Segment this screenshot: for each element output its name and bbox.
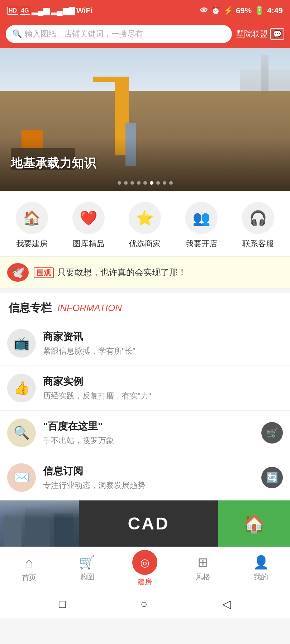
eye-icon: 👁 <box>200 6 208 15</box>
nav-build-label: 建房 <box>138 577 152 587</box>
merchant-news-content: 商家资讯 紧跟信息脉搏，学有所"长" <box>43 330 283 357</box>
mine-icon: 👤 <box>253 555 269 570</box>
baidu-icon: 🔍 <box>7 418 36 447</box>
merchant-case-title: 商家实例 <box>43 375 283 388</box>
chat-bubble-icon[interactable]: 💬 <box>270 28 284 40</box>
gallery-icon: ❤️ <box>72 202 105 234</box>
cad-button[interactable]: CAD <box>79 500 218 547</box>
time: 4:49 <box>267 6 283 15</box>
search-icon: 🔍 <box>12 29 22 39</box>
search-bar: 🔍 输入图纸、店铺关键词，一搜尽有 墅院联盟 💬 <box>0 21 290 48</box>
nav-mine[interactable]: 👤 我的 <box>232 551 290 585</box>
merchant-case-content: 商家实例 历经实践，反复打磨，有实"力" <box>43 375 283 401</box>
signal-bars: ▂▄▆▇ <box>51 6 75 15</box>
ad-home-icon: 🏠 <box>243 513 265 534</box>
dot-1[interactable] <box>118 181 121 185</box>
banner-dots <box>118 181 173 185</box>
ad-building-image <box>0 500 79 547</box>
dot-9[interactable] <box>169 181 173 185</box>
notice-tag: 围观 <box>34 267 54 278</box>
bottom-nav: ⌂ 首页 🛒 购图 ◎ 建房 ⊞ 风格 👤 我的 <box>0 547 290 590</box>
nav-style-label: 风格 <box>196 572 210 582</box>
sys-square-button[interactable]: □ <box>59 597 66 611</box>
home-icon: ⌂ <box>25 555 33 571</box>
nav-home[interactable]: ⌂ 首页 <box>0 551 58 586</box>
merchant-case-icon: 👍 <box>7 374 36 402</box>
battery-level: 69% <box>236 6 252 15</box>
merchant-icon: ⭐ <box>129 202 161 234</box>
action-gallery-label: 图库精品 <box>73 238 104 249</box>
subscribe-icon: ✉️ <box>7 463 36 492</box>
action-service[interactable]: 🎧 联系客服 <box>242 202 274 249</box>
system-nav-bar: □ ○ ◁ <box>0 590 290 618</box>
build-nav-icon: ◎ <box>132 550 157 575</box>
wifi-icon: WiFi <box>76 6 93 15</box>
ad-home-button[interactable]: 🏠 <box>218 500 290 547</box>
baidu-desc: 手不出站，搜罗万象 <box>43 435 254 446</box>
merchant-news-title: 商家资讯 <box>43 330 283 344</box>
info-item-merchant-case[interactable]: 👍 商家实例 历经实践，反复打磨，有实"力" <box>0 366 290 411</box>
style-icon: ⊞ <box>198 555 208 570</box>
dot-8[interactable] <box>163 181 166 185</box>
action-build-label: 我要建房 <box>16 238 48 249</box>
action-gallery[interactable]: ❤️ 图库精品 <box>72 202 105 249</box>
action-merchant-label: 优选商家 <box>129 238 161 249</box>
info-item-baidu[interactable]: 🔍 "百度在这里" 手不出站，搜罗万象 🛒 <box>0 411 290 455</box>
action-build[interactable]: 🏠 我要建房 <box>16 202 48 249</box>
nav-shop[interactable]: 🛒 购图 <box>58 551 116 585</box>
search-placeholder: 输入图纸、店铺关键词，一搜尽有 <box>25 29 143 39</box>
sys-home-button[interactable]: ○ <box>141 597 147 611</box>
nav-style[interactable]: ⊞ 风格 <box>174 551 232 585</box>
quick-actions: 🏠 我要建房 ❤️ 图库精品 ⭐ 优选商家 👥 我要开店 🎧 联系客服 <box>0 191 290 256</box>
dot-5[interactable] <box>143 181 147 185</box>
nav-build[interactable]: ◎ 建房 <box>116 546 174 590</box>
status-bar: HD 4G ▂▄▆ ▂▄▆▇ WiFi 👁 ⏰ ⚡ 69% 🔋 4:49 <box>0 0 290 21</box>
sys-back-button[interactable]: ◁ <box>222 597 231 611</box>
nav-mine-label: 我的 <box>254 572 268 582</box>
merchant-news-icon: 📺 <box>7 329 36 358</box>
action-service-label: 联系客服 <box>242 238 274 249</box>
alarm-icon: ⏰ <box>211 6 220 15</box>
notice-icon-wrap: 🕊️ <box>7 263 29 282</box>
openstore-icon: 👥 <box>185 202 218 234</box>
bottom-ad-banner: CAD 🏠 <box>0 500 290 547</box>
right-badge[interactable]: 墅院联盟 💬 <box>236 28 284 40</box>
bluetooth-icon: ⚡ <box>223 6 233 15</box>
info-item-subscribe[interactable]: ✉️ 信息订阅 专注行业动态，洞察发展趋势 🔄 <box>0 455 290 500</box>
banner-title: 地基承载力知识 <box>11 155 96 171</box>
dot-4[interactable] <box>137 181 141 185</box>
merchant-news-desc: 紧跟信息脉搏，学有所"长" <box>43 346 283 357</box>
refresh-icon: 🔄 <box>266 472 279 484</box>
status-left: HD 4G ▂▄▆ ▂▄▆▇ WiFi <box>7 6 93 15</box>
dot-3[interactable] <box>130 181 134 185</box>
baidu-cart-button[interactable]: 🛒 <box>261 422 283 444</box>
merchant-case-desc: 历经实践，反复打磨，有实"力" <box>43 391 283 401</box>
info-item-merchant-news[interactable]: 📺 商家资讯 紧跟信息脉搏，学有所"长" <box>0 321 290 366</box>
info-subtitle: INFORMATION <box>57 302 122 314</box>
baidu-title: "百度在这里" <box>43 420 254 433</box>
dot-7[interactable] <box>156 181 160 185</box>
status-right: 👁 ⏰ ⚡ 69% 🔋 4:49 <box>200 6 283 15</box>
build-icon: 🏠 <box>16 202 48 234</box>
signal-4g: 4G <box>20 7 30 15</box>
dot-6[interactable] <box>150 181 153 185</box>
notice-content: 围观 只要敢想，也许真的会实现了那！ <box>34 267 186 278</box>
action-openstore-label: 我要开店 <box>186 238 217 249</box>
dot-2[interactable] <box>124 181 128 185</box>
bird-icon: 🕊️ <box>11 266 25 279</box>
baidu-content: "百度在这里" 手不出站，搜罗万象 <box>43 420 254 446</box>
action-openstore[interactable]: 👥 我要开店 <box>185 202 218 249</box>
subscribe-refresh-button[interactable]: 🔄 <box>261 467 283 488</box>
signal-5g: ▂▄▆ <box>32 6 49 15</box>
action-merchant[interactable]: ⭐ 优选商家 <box>129 202 161 249</box>
notice-text: 只要敢想，也许真的会实现了那！ <box>57 267 186 277</box>
notice-banner[interactable]: 🕊️ 围观 只要敢想，也许真的会实现了那！ <box>0 256 290 289</box>
cad-label: CAD <box>128 514 170 533</box>
search-input-wrap[interactable]: 🔍 输入图纸、店铺关键词，一搜尽有 <box>6 25 232 43</box>
info-title: 信息专栏 <box>9 301 52 315</box>
subscribe-content: 信息订阅 专注行业动态，洞察发展趋势 <box>43 464 254 491</box>
banner[interactable]: 地基承载力知识 <box>0 48 290 191</box>
cart-icon: 🛒 <box>266 427 279 439</box>
shop-icon: 🛒 <box>79 555 95 570</box>
battery-icon: 🔋 <box>255 6 264 15</box>
